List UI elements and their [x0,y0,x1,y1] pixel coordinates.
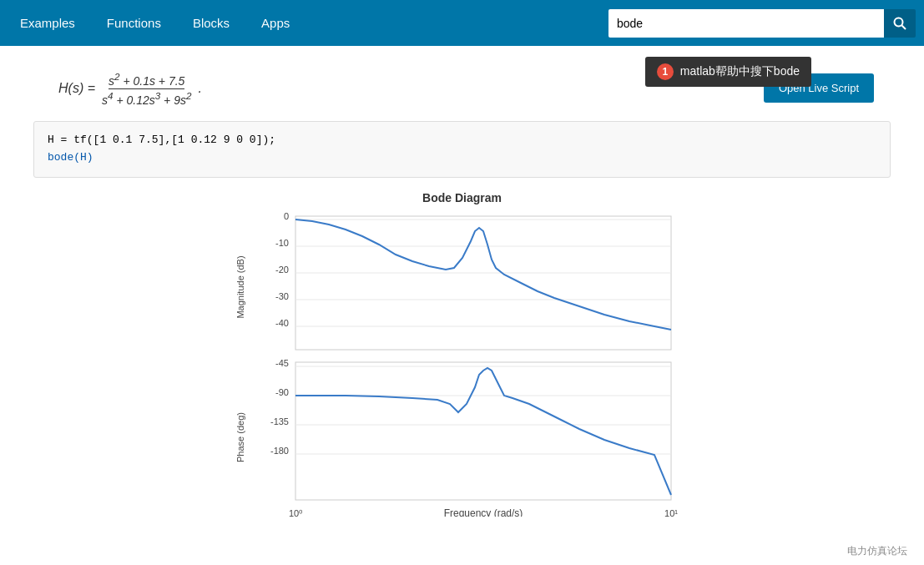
svg-text:10¹: 10¹ [664,508,678,517]
nav-blocks[interactable]: Blocks [181,11,241,35]
svg-text:-20: -20 [275,265,289,275]
main-content: H(s) = s2 + 0.1s + 7.5 s4 + 0.12s3 + 9s2… [0,46,924,565]
nav-apps[interactable]: Apps [250,11,301,35]
formula-numerator: s2 + 0.1s + 7.5 [109,71,184,89]
svg-text:Phase (deg): Phase (deg) [235,412,245,462]
bode-diagram-container: Bode Diagram 0 -10 -20 -30 -40 Magnitude… [33,191,891,517]
svg-text:-10: -10 [275,238,289,248]
search-bar [608,9,916,38]
search-button[interactable] [884,9,916,38]
code-line2: bode(H) [48,149,876,167]
formula-lhs: H(s) = [58,81,95,96]
svg-rect-2 [295,216,671,350]
search-input[interactable] [608,9,884,38]
formula-dot: . [198,81,201,96]
suggestion-badge: 1 [657,63,674,80]
svg-text:-180: -180 [270,446,288,456]
svg-point-0 [895,18,903,26]
svg-text:-90: -90 [275,387,289,397]
svg-text:10⁰: 10⁰ [288,508,302,517]
suggestion-dropdown[interactable]: 1 matlab帮助中搜下bode [645,57,811,87]
svg-text:Magnitude (dB): Magnitude (dB) [235,255,245,318]
search-icon [893,17,906,30]
suggestion-text: matlab帮助中搜下bode [680,64,800,79]
svg-text:-30: -30 [275,291,289,301]
nav-functions[interactable]: Functions [95,11,173,35]
svg-text:-45: -45 [275,358,289,368]
formula: H(s) = s2 + 0.1s + 7.5 s4 + 0.12s3 + 9s2… [58,71,202,106]
svg-text:-40: -40 [275,318,289,328]
bode-chart-svg: 0 -10 -20 -30 -40 Magnitude (dB) -45 -90… [229,208,696,517]
nav-examples[interactable]: Examples [8,11,87,35]
svg-rect-14 [295,362,671,500]
watermark: 电力仿真论坛 [847,544,907,558]
svg-text:0: 0 [283,211,288,221]
code-line1: H = tf([1 0.1 7.5],[1 0.12 9 0 0]); [48,132,876,149]
navbar: Examples Functions Blocks Apps [0,0,924,46]
bode-title: Bode Diagram [422,191,502,204]
formula-denominator: s4 + 0.12s3 + 9s2 [102,89,191,107]
formula-fraction: s2 + 0.1s + 7.5 s4 + 0.12s3 + 9s2 [102,71,191,106]
svg-text:Frequency (rad/s): Frequency (rad/s) [443,507,523,517]
code-block: H = tf([1 0.1 7.5],[1 0.12 9 0 0]); bode… [33,121,891,178]
svg-text:-135: -135 [270,416,288,426]
svg-line-1 [902,25,906,29]
